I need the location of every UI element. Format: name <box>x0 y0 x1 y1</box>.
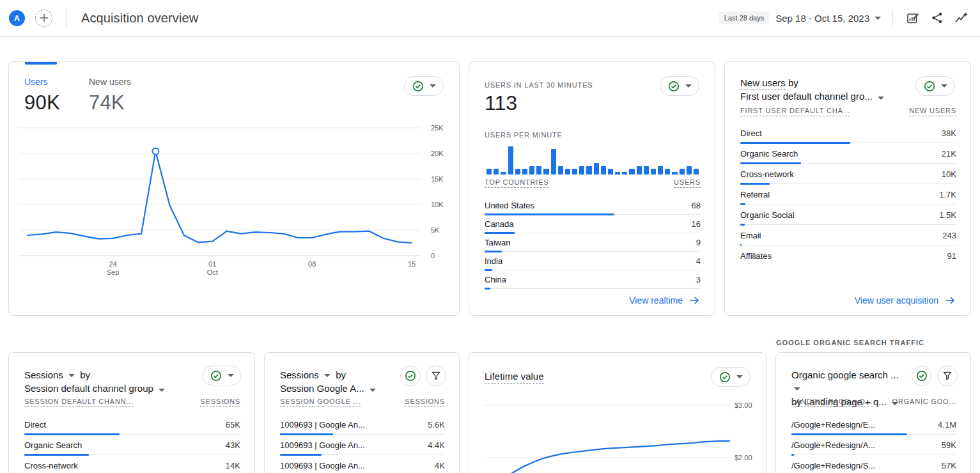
section-label-organic-search: GOOGLE ORGANIC SEARCH TRAFFIC <box>776 339 924 346</box>
svg-text:Oct: Oct <box>207 268 218 276</box>
users-per-minute-label: USERS PER MINUTE <box>485 131 563 139</box>
row-label: 1009693 | Google An... <box>280 440 365 450</box>
minute-bar <box>665 169 670 174</box>
row-value: 4.1M <box>938 420 956 430</box>
svg-text:15K: 15K <box>431 175 444 183</box>
row-label: Direct <box>740 128 762 138</box>
add-comparison-button[interactable] <box>35 10 52 27</box>
row-label: 1009693 | Google An... <box>280 461 365 470</box>
lifetime-value-card: Lifetime value $3.00$2.00 <box>469 352 766 473</box>
row-label: Taiwan <box>485 238 510 247</box>
chevron-down-icon <box>794 387 800 391</box>
data-quality-button[interactable] <box>400 366 421 386</box>
sessions-by-campaign-card: Sessions by Session Google A... SESSION … <box>264 352 460 473</box>
check-circle-icon <box>719 371 731 383</box>
svg-text:24: 24 <box>109 260 116 268</box>
landing-pages-table: /Google+Redesign/E... 4.1M /Google+Redes… <box>791 414 956 473</box>
minute-bar <box>494 169 499 174</box>
sessions-by-channel-card: Sessions by Session default channel grou… <box>8 352 255 473</box>
row-value: 243 <box>942 231 956 240</box>
page-title: Acquisition overview <box>81 11 198 26</box>
dimension-selector[interactable]: Session default channel group <box>24 383 153 394</box>
view-realtime-link[interactable]: View realtime <box>629 295 699 306</box>
realtime-title: USERS IN LAST 30 MINUTES <box>485 81 593 89</box>
users-per-minute-chart <box>486 146 699 174</box>
tab-new-users[interactable]: New users 74K <box>89 77 131 114</box>
share-icon <box>931 12 944 24</box>
row-label: Organic Social <box>740 210 795 220</box>
title-by: by <box>80 369 90 380</box>
minute-bar <box>536 166 541 174</box>
row-bar <box>280 454 445 456</box>
metric-selector[interactable]: Sessions <box>280 369 319 380</box>
data-quality-dropdown[interactable] <box>711 367 751 387</box>
table-row: Referral 1.7K <box>740 184 956 205</box>
table-row: Affiliates 91 <box>740 245 956 266</box>
dimension-selector[interactable]: Session Google A... <box>280 383 364 394</box>
column-header-new-users: NEW USERS <box>909 107 956 116</box>
avatar[interactable]: A <box>9 10 25 26</box>
edit-dashboard-button[interactable] <box>902 7 924 29</box>
svg-text:01: 01 <box>208 260 216 268</box>
minute-bar <box>565 169 570 174</box>
metric-selector[interactable]: New users <box>740 77 786 90</box>
metric-selector[interactable]: Sessions <box>24 369 63 380</box>
table-row: /Google+Redesign/A... 59K <box>791 435 956 455</box>
row-bar <box>24 454 240 456</box>
add-icon <box>40 13 49 22</box>
row-bar <box>485 213 701 215</box>
share-button[interactable] <box>926 7 948 29</box>
check-circle-icon <box>916 370 928 382</box>
column-header-users: USERS <box>674 178 701 188</box>
new-users-by-channel-card: New users by First user default channel … <box>724 61 971 316</box>
dimension-selector[interactable]: First user default channel gro... <box>740 91 873 102</box>
metric-selector[interactable]: Organic google search ... <box>791 369 899 380</box>
svg-text:20K: 20K <box>431 150 444 157</box>
chevron-down-icon <box>736 375 743 378</box>
column-header-channel: SESSION DEFAULT CHANN... <box>24 398 134 407</box>
data-quality-dropdown[interactable] <box>915 76 955 96</box>
chevron-down-icon <box>875 17 881 20</box>
table-row: India 4 <box>485 252 701 270</box>
filter-button[interactable] <box>426 366 446 386</box>
row-value: 9 <box>696 238 701 247</box>
row-bar <box>791 433 956 435</box>
filter-button[interactable] <box>937 366 958 386</box>
column-header-sessions: SESSIONS <box>405 398 445 407</box>
table-row: China 3 <box>485 270 701 289</box>
check-circle-icon <box>924 81 935 92</box>
row-bar <box>791 454 956 456</box>
date-range-text: Sep 18 - Oct 15, 2023 <box>775 13 869 24</box>
row-bar <box>485 251 701 252</box>
realtime-users-value: 113 <box>485 91 517 115</box>
row-label: China <box>485 275 506 284</box>
insights-button[interactable] <box>951 7 972 29</box>
chevron-down-icon <box>878 97 884 100</box>
arrow-right-icon <box>689 296 699 305</box>
check-circle-icon <box>668 81 680 92</box>
row-bar <box>485 288 701 290</box>
minute-bar <box>529 166 534 174</box>
data-quality-dropdown[interactable] <box>202 366 242 385</box>
chevron-down-icon <box>941 84 947 88</box>
column-header-campaign: SESSION GOOGLE ... <box>280 398 361 407</box>
minute-bar <box>672 172 677 174</box>
svg-text:Sep: Sep <box>107 268 120 276</box>
row-label: Affiliates <box>740 251 772 261</box>
row-label: India <box>485 256 502 266</box>
table-row: Organic Social 1.5K <box>740 205 956 225</box>
row-value: 1.7K <box>939 190 956 199</box>
table-row: Direct 38K <box>740 123 956 143</box>
data-quality-button[interactable] <box>912 366 932 386</box>
view-user-acquisition-link[interactable]: View user acquisition <box>855 295 955 306</box>
row-value: 1.5K <box>939 210 956 220</box>
data-quality-dropdown[interactable] <box>404 76 444 96</box>
minute-bar <box>615 172 620 174</box>
users-line-chart: 25K20K15K10K5K024Sep01Oct0815 <box>19 123 454 279</box>
chevron-down-icon <box>369 389 376 392</box>
data-quality-dropdown[interactable] <box>660 76 699 96</box>
row-bar <box>740 183 956 185</box>
date-range-picker[interactable]: Last 28 days Sep 18 - Oct 15, 2023 <box>719 12 881 24</box>
tab-users[interactable]: Users 90K <box>24 77 60 114</box>
minute-bar <box>501 172 506 174</box>
